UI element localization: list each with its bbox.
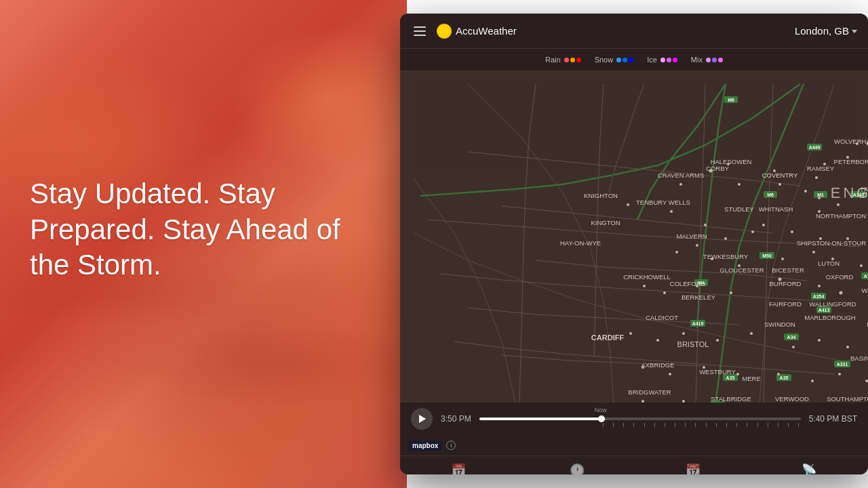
tick-17 [768, 423, 768, 427]
svg-text:GLOUCESTER: GLOUCESTER [719, 266, 764, 274]
legend-bar: Rain Snow Ice Mix [400, 49, 868, 70]
tick-marks [601, 423, 801, 427]
tagline: Stay Updated. Stay Prepared. Stay Ahead … [30, 176, 349, 283]
nav-item-hourly[interactable]: 🕐 Hourly [553, 462, 601, 474]
svg-text:M6: M6 [728, 98, 734, 102]
svg-text:TEWKESBURY: TEWKESBURY [703, 253, 749, 260]
bottom-nav: 📅 Today 🕐 Hourly 📆 Daily 📡 Radar [400, 455, 868, 474]
svg-point-92 [818, 285, 821, 287]
svg-point-45 [815, 176, 818, 179]
rain-dot-2 [570, 58, 575, 62]
svg-text:BURFORD: BURFORD [770, 280, 802, 287]
svg-point-93 [840, 291, 843, 295]
svg-text:M6: M6 [767, 192, 774, 197]
tick-14 [736, 423, 737, 427]
info-button[interactable]: i [446, 441, 456, 450]
tick-19 [788, 423, 789, 427]
ice-label: Ice [647, 56, 657, 64]
svg-point-56 [804, 190, 807, 192]
mix-dot-3 [718, 58, 723, 62]
ice-dot-3 [673, 58, 677, 62]
svg-text:WESTBURY: WESTBURY [699, 368, 736, 375]
svg-text:WOLVERHAMPTON: WOLVERHAMPTON [834, 138, 868, 145]
play-icon [419, 415, 426, 423]
timeline-end-time: 5:40 PM BST [809, 414, 857, 424]
svg-point-57 [818, 197, 821, 199]
svg-point-114 [736, 373, 739, 375]
svg-point-122 [682, 400, 685, 403]
app-header: AccuWeather London, GB [400, 14, 868, 49]
svg-text:BRIDGWATER: BRIDGWATER [628, 388, 671, 396]
timeline-bar: 3:50 PM Now [400, 403, 868, 435]
ice-dots [660, 58, 677, 62]
svg-point-55 [778, 183, 781, 186]
svg-point-103 [750, 332, 753, 335]
svg-text:A120: A120 [864, 274, 868, 279]
rain-label: Rain [545, 56, 561, 64]
mix-dots [706, 58, 723, 62]
timeline-track[interactable]: Now [479, 418, 801, 420]
mapbox-credit-bar: mapbox i [400, 435, 868, 455]
tick-1 [603, 423, 604, 427]
svg-text:M1: M1 [817, 192, 824, 197]
app-window: AccuWeather London, GB Rain Snow [400, 14, 868, 474]
snow-dot-2 [623, 58, 627, 62]
nav-item-radar[interactable]: 📡 Radar [785, 462, 833, 474]
snow-dot-3 [629, 58, 633, 62]
rain-dots [564, 58, 581, 62]
tick-10 [695, 423, 696, 427]
mix-label: Mix [691, 56, 703, 64]
svg-point-63 [837, 203, 840, 206]
svg-text:BICESTER: BICESTER [772, 266, 804, 274]
ice-dot-2 [667, 58, 671, 62]
tick-18 [778, 423, 778, 427]
mapbox-logo: mapbox [408, 441, 442, 451]
svg-text:CALDICOT: CALDICOT [646, 314, 678, 321]
play-button[interactable] [411, 408, 433, 430]
snow-dots [616, 58, 633, 62]
now-label: Now [595, 407, 607, 413]
location-selector[interactable]: London, GB [795, 25, 857, 37]
legend-ice: Ice [647, 56, 677, 64]
svg-point-100 [656, 339, 659, 342]
legend-snow: Snow [595, 56, 634, 64]
svg-point-67 [704, 224, 707, 226]
nav-item-today[interactable]: 📅 Today [435, 462, 482, 474]
mix-dot-1 [706, 58, 711, 62]
svg-point-87 [643, 285, 646, 287]
legend-rain: Rain [545, 56, 581, 64]
svg-text:ENGLAND: ENGLAND [831, 184, 868, 201]
radar-icon: 📡 [802, 464, 816, 474]
tick-16 [757, 423, 758, 427]
svg-text:KINGTON: KINGTON [591, 219, 620, 226]
svg-text:RAMSEY: RAMSEY [807, 165, 835, 172]
timeline-progress [479, 418, 601, 420]
svg-point-81 [812, 251, 815, 253]
rain-dot-1 [564, 58, 569, 62]
svg-text:CRICKHOWELL: CRICKHOWELL [623, 273, 671, 281]
svg-point-53 [679, 183, 682, 186]
svg-text:OXFORD: OXFORD [826, 273, 854, 281]
svg-text:CARDIFF: CARDIFF [591, 333, 625, 342]
svg-point-68 [724, 237, 727, 240]
tick-6 [654, 423, 655, 427]
tick-9 [685, 423, 686, 427]
tick-13 [726, 423, 727, 427]
svg-point-102 [716, 339, 719, 342]
rain-dot-3 [576, 58, 581, 62]
svg-point-60 [627, 203, 629, 206]
timeline-thumb[interactable] [598, 415, 605, 422]
svg-text:SHIPSTON-ON-STOUR: SHIPSTON-ON-STOUR [797, 239, 866, 247]
svg-text:MALVERN: MALVERN [676, 232, 707, 240]
nav-item-daily[interactable]: 📆 Daily [671, 462, 715, 474]
svg-text:COVENTRY: COVENTRY [762, 171, 798, 179]
svg-text:BRISTOL: BRISTOL [677, 340, 709, 348]
svg-text:CORBY: CORBY [706, 165, 729, 172]
ice-dot-1 [660, 58, 665, 62]
hamburger-menu-button[interactable] [411, 24, 429, 39]
svg-text:LUTON: LUTON [818, 260, 840, 267]
map-area[interactable]: A449 M1 M50 A419 M6 M4 M1 M6 A35 A35 [400, 70, 868, 403]
svg-text:A449: A449 [809, 145, 821, 150]
daily-icon: 📆 [686, 464, 701, 474]
svg-text:PETERBOROUGH: PETERBOROUGH [834, 158, 868, 165]
